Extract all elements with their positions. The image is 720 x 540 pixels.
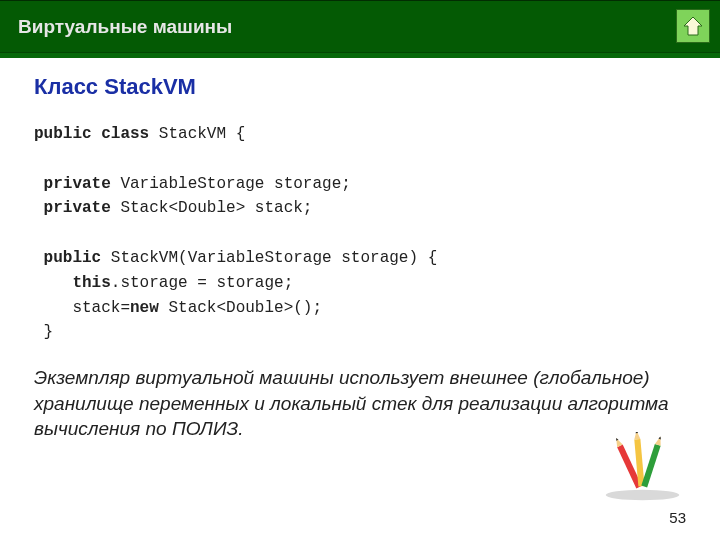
code-text: StackVM(VariableStorage storage) {: [101, 249, 437, 267]
code-kw: private: [34, 175, 111, 193]
svg-rect-8: [641, 444, 660, 488]
home-icon: [681, 14, 705, 38]
page-number: 53: [669, 509, 686, 526]
code-text: .storage = storage;: [111, 274, 293, 292]
code-kw: public: [34, 249, 101, 267]
pencils-decoration: [595, 432, 690, 502]
svg-marker-9: [655, 436, 664, 446]
summary-text: Экземпляр виртуальной машины использует …: [34, 365, 686, 442]
code-text: Stack<Double> stack;: [111, 199, 313, 217]
code-kw: public class: [34, 125, 149, 143]
code-kw: new: [130, 299, 159, 317]
svg-point-1: [606, 490, 680, 501]
home-button[interactable]: [676, 9, 710, 43]
code-kw: private: [34, 199, 111, 217]
code-kw: this: [34, 274, 111, 292]
code-text: }: [34, 323, 53, 341]
slide-title: Виртуальные машины: [18, 16, 232, 38]
svg-marker-0: [684, 17, 702, 35]
code-block: public class StackVM { private VariableS…: [34, 122, 686, 345]
code-text: StackVM {: [149, 125, 245, 143]
code-text: VariableStorage storage;: [111, 175, 351, 193]
code-text: stack=: [34, 299, 130, 317]
slide: Виртуальные машины Класс StackVM public …: [0, 0, 720, 540]
section-title: Класс StackVM: [34, 74, 686, 100]
code-text: Stack<Double>();: [159, 299, 322, 317]
slide-header: Виртуальные машины: [0, 0, 720, 52]
